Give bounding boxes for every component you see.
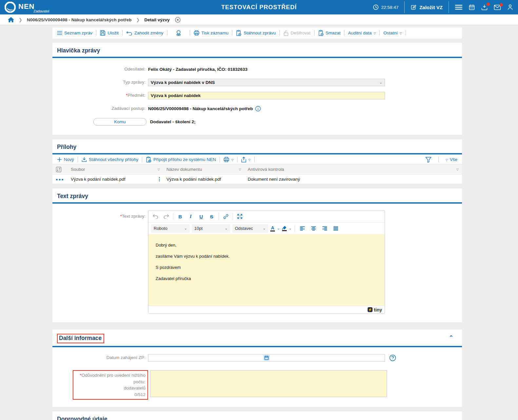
print-record-button[interactable]: Tisk záznamu	[194, 30, 229, 36]
font-size-select[interactable]: 10pt ⌄	[192, 224, 230, 233]
typ-zpravy-value: Výzva k podání nabídek v DNS	[151, 80, 215, 85]
message-text-panel: Text zprávy *Text zprávy: B I U S	[52, 189, 462, 322]
undo-icon[interactable]	[151, 212, 160, 221]
print-attachments-menu[interactable]: ▽	[223, 157, 234, 162]
highlight-color-button[interactable]	[282, 226, 287, 231]
breadcrumb-procedure[interactable]: N006/25/V00009498 - Nákup kancelářských …	[27, 17, 132, 22]
seal-button[interactable]	[171, 30, 186, 36]
oduvodneni-label: *Odůvodnění pro uvedení nižšího počtu: d…	[73, 370, 148, 400]
datum-zahajeni-input[interactable]	[148, 354, 385, 362]
column-header-soubor[interactable]: Soubor	[71, 167, 85, 172]
filter-vse-menu[interactable]: ▽ Vše	[446, 157, 457, 162]
download-message-button[interactable]: Stáhnout zprávu	[236, 30, 276, 36]
new-attachment-button[interactable]: Nový	[57, 157, 74, 162]
divider	[190, 30, 190, 36]
delete-label: Smazat	[326, 30, 341, 35]
message-list-button[interactable]: Seznam zpráv	[57, 30, 92, 35]
editor-statusbar: ⚡ tiny	[148, 306, 385, 313]
breadcrumb-separator: ❯	[136, 17, 140, 22]
redo-icon[interactable]	[162, 212, 171, 221]
column-header-antivir[interactable]: Antivirová kontrola	[248, 167, 284, 172]
typ-zpravy-select[interactable]: Výzva k podání nabídek v DNS ⌄	[148, 79, 385, 86]
save-label: Uložit	[107, 30, 119, 35]
create-vz-button[interactable]: Založit VZ	[411, 4, 443, 10]
divider	[142, 157, 142, 162]
download-all-attachments-button[interactable]: Stáhnout všechny přílohy	[82, 157, 139, 162]
align-left-icon[interactable]	[298, 224, 307, 233]
komu-button[interactable]: Komu	[93, 118, 146, 126]
column-filter-icon[interactable]: ▽	[239, 168, 241, 171]
audit-data-menu[interactable]: Auditní data ▽	[348, 30, 376, 35]
field-row-datum: Datum zahájení ZP:	[52, 352, 462, 363]
komu-value: Dodavatel - školení 2;	[150, 119, 196, 124]
row-actions-icon[interactable]: ●●●	[56, 177, 64, 181]
message-paragraph: S pozdravem	[156, 265, 377, 270]
dropdown-triangle-icon: ▽	[374, 32, 376, 35]
column-filter-icon[interactable]: ▽	[158, 168, 160, 171]
download-icon	[82, 157, 87, 162]
column-filter-icon[interactable]: ▽	[456, 168, 459, 171]
column-header-nazev[interactable]: Název dokumentu	[166, 167, 202, 172]
text-color-button[interactable]: A	[270, 226, 275, 231]
attachment-row[interactable]: ●●● Výzva k podání nabídek.pdf Výzva k p…	[52, 174, 462, 184]
home-icon[interactable]	[8, 17, 14, 23]
divider	[379, 30, 380, 36]
nen-logo[interactable]: NEN Zadavatel	[5, 2, 49, 13]
menu-button[interactable]	[455, 4, 463, 10]
attach-from-nen-button[interactable]: Připojit přílohu ze systému NEN	[146, 156, 216, 163]
align-center-icon[interactable]	[309, 224, 318, 233]
chevron-down-icon[interactable]: ⌄	[277, 226, 280, 230]
column-settings-icon[interactable]	[56, 167, 62, 172]
divider	[167, 30, 167, 36]
delete-button[interactable]: Smazat	[318, 30, 341, 36]
seal-icon	[176, 30, 182, 36]
field-row-odesilatel: Odesílatel: Felix Okátý - Zadavatel přír…	[52, 63, 462, 76]
message-body-editable[interactable]: Dobrý den, zasíláme Vám výzvu k podání n…	[148, 234, 385, 306]
attachment-file-name[interactable]: Výzva k podání nabídek.pdf	[71, 177, 125, 182]
divider	[279, 30, 280, 36]
predmet-label: *Předmět:	[52, 93, 148, 98]
close-tab-icon[interactable]	[175, 17, 181, 23]
strikethrough-icon[interactable]: S	[207, 212, 216, 221]
save-button[interactable]: Uložit	[100, 30, 119, 36]
oduvodneni-textarea[interactable]	[150, 370, 387, 397]
help-icon[interactable]	[389, 354, 396, 361]
bold-icon[interactable]: B	[176, 212, 185, 221]
filter-icon[interactable]	[425, 157, 432, 163]
fullscreen-icon[interactable]	[235, 212, 244, 221]
italic-icon[interactable]: I	[186, 212, 195, 221]
link-icon[interactable]	[221, 212, 230, 221]
clock-time: 22:58:47	[381, 5, 399, 10]
chevron-down-icon: ⌄	[263, 226, 266, 230]
export-attachments-menu[interactable]: ▽	[241, 157, 251, 163]
discard-changes-button[interactable]: Zahodit změny	[126, 30, 163, 35]
field-row-predmet: *Předmět:	[52, 89, 462, 102]
collapse-up-icon[interactable]: ⌃	[449, 335, 453, 340]
chevron-down-icon: ⌄	[225, 226, 228, 230]
align-right-icon[interactable]	[320, 224, 329, 233]
breadcrumb-separator: ❯	[19, 17, 22, 22]
odesilatel-label: Odesílatel:	[52, 67, 148, 72]
drag-handle-icon[interactable]	[159, 177, 160, 181]
other-menu[interactable]: Ostatní ▽	[383, 30, 402, 35]
filter-vse-label: Vše	[450, 157, 457, 162]
expand-down-icon[interactable]: ⌄	[449, 418, 453, 420]
download-all-attachments-label: Stáhnout všechny přílohy	[89, 157, 139, 162]
calendar-button[interactable]	[469, 4, 475, 10]
user-profile-button[interactable]	[507, 4, 513, 10]
decrypt-button: Dešifrovat	[283, 30, 311, 36]
rich-text-editor: B I U S Roboto ⌄	[148, 210, 385, 314]
datepicker-calendar-icon[interactable]	[263, 355, 270, 361]
info-icon[interactable]	[255, 106, 261, 111]
chevron-down-icon[interactable]: ⌄	[289, 226, 292, 230]
clock-display: 22:58:47	[373, 4, 399, 10]
predmet-input[interactable]	[148, 92, 385, 99]
align-justify-icon[interactable]	[331, 224, 340, 233]
messages-button[interactable]	[494, 5, 501, 10]
font-family-select[interactable]: Roboto ⌄	[151, 224, 190, 233]
notification-dot	[500, 3, 503, 7]
underline-icon[interactable]: U	[197, 212, 206, 221]
downloads-button[interactable]	[481, 4, 488, 11]
decrypt-label: Dešifrovat	[291, 30, 311, 35]
block-format-select[interactable]: Odstavec ⌄	[232, 224, 268, 233]
